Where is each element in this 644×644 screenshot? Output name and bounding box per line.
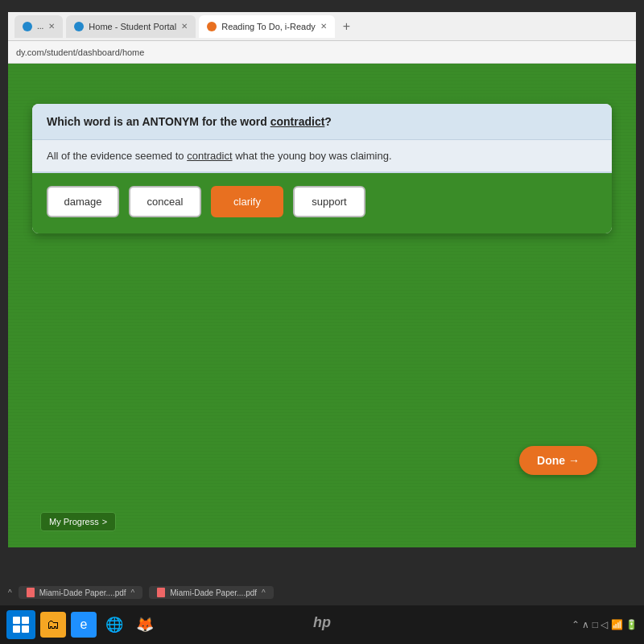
tab1-favicon (23, 22, 32, 31)
download-label-1: Miami-Dade Paper....pdf (39, 588, 126, 597)
download-item-1[interactable]: Miami-Dade Paper....pdf ^ (19, 586, 143, 599)
tab2-favicon (74, 22, 84, 31)
quiz-card: Which word is an ANTONYM for the word co… (32, 104, 612, 233)
sentence-suffix: what the young boy was claiming. (233, 150, 392, 162)
tab3-favicon (207, 22, 217, 31)
taskbar-files-icon[interactable]: 🗂 (40, 612, 66, 638)
tab2-close[interactable]: ✕ (181, 22, 188, 31)
monitor: ... ✕ Home - Student Portal ✕ Reading To… (0, 0, 644, 644)
taskbar-firefox-icon[interactable]: 🦊 (132, 612, 158, 638)
downloads-bar: ^ Miami-Dade Paper....pdf ^ Miami-Dade P… (0, 580, 644, 605)
my-progress-button[interactable]: My Progress > (40, 512, 116, 531)
sentence-prefix: All of the evidence seemed to (47, 150, 187, 162)
taskbar-ie-icon[interactable]: e (71, 612, 97, 638)
answer-support[interactable]: support (293, 186, 365, 217)
tab1-close[interactable]: ✕ (48, 22, 55, 31)
url-text: dy.com/student/dashboard/home (16, 47, 144, 57)
pdf-icon-2 (157, 588, 165, 597)
browser-tab-bar: ... ✕ Home - Student Portal ✕ Reading To… (8, 12, 636, 41)
hp-logo: hp (313, 614, 331, 631)
taskbar-right-area: ⌃ ∧ □ ◁ 📶 🔋 (572, 619, 638, 630)
tab1-label: ... (37, 22, 43, 31)
content-area: Which word is an ANTONYM for the word co… (8, 64, 636, 547)
start-button[interactable] (6, 610, 35, 639)
question-word: contradict (270, 115, 325, 128)
tab-iready[interactable]: Reading To Do, i-Ready ✕ (199, 15, 335, 38)
question-header: Which word is an ANTONYM for the word co… (32, 104, 612, 140)
taskbar-chrome-icon[interactable]: 🌐 (101, 612, 127, 638)
my-progress-label: My Progress (49, 517, 99, 526)
taskbar: ^ Miami-Dade Paper....pdf ^ Miami-Dade P… (0, 580, 644, 644)
question-suffix: ? (324, 115, 332, 128)
my-progress-chevron: > (102, 517, 107, 526)
address-bar[interactable]: dy.com/student/dashboard/home (8, 41, 636, 64)
download-chevron-2[interactable]: ^ (262, 588, 266, 597)
screen: ... ✕ Home - Student Portal ✕ Reading To… (8, 12, 636, 547)
expand-icon[interactable]: ^ (8, 588, 12, 597)
windows-logo (13, 617, 29, 633)
tab3-close[interactable]: ✕ (320, 22, 327, 31)
answers-area: damage conceal clarify support (32, 173, 612, 233)
tab3-label: Reading To Do, i-Ready (221, 22, 316, 31)
question-text: Which word is an ANTONYM for the word (47, 115, 270, 128)
answer-damage[interactable]: damage (47, 186, 119, 217)
new-tab-button[interactable]: + (338, 19, 355, 34)
pdf-icon-1 (27, 588, 35, 597)
tab-1[interactable]: ... ✕ (14, 15, 63, 38)
sentence-area: All of the evidence seemed to contradict… (32, 140, 612, 173)
system-icons: ⌃ ∧ □ ◁ 📶 🔋 (572, 619, 638, 630)
sentence-word: contradict (187, 150, 232, 162)
download-item-2[interactable]: Miami-Dade Paper....pdf ^ (149, 586, 274, 599)
answer-clarify[interactable]: clarify (211, 186, 283, 217)
tab-student-portal[interactable]: Home - Student Portal ✕ (66, 15, 196, 38)
tab2-label: Home - Student Portal (89, 22, 176, 31)
download-chevron-1[interactable]: ^ (131, 588, 135, 597)
download-label-2: Miami-Dade Paper....pdf (170, 588, 257, 597)
done-button[interactable]: Done → (519, 446, 597, 475)
answer-conceal[interactable]: conceal (129, 186, 201, 217)
